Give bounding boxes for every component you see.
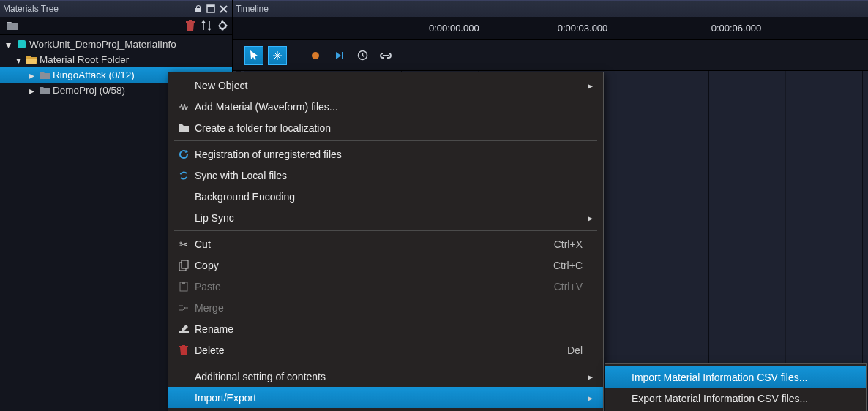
clock-icon[interactable] xyxy=(353,46,372,65)
copy-icon xyxy=(176,260,192,271)
menu-import-export[interactable]: Import/Export ▸ xyxy=(168,387,603,408)
timeline-controls: 0:00:00.000 0:00:03.000 0:00:06.000 0:00… xyxy=(233,40,868,71)
menu-separator xyxy=(174,140,597,141)
sort-icon[interactable] xyxy=(200,19,213,32)
folder-icon xyxy=(38,71,51,80)
workunit-icon xyxy=(15,39,28,50)
snap-tool[interactable] xyxy=(268,46,287,65)
panel-title: Materials Tree xyxy=(3,4,192,14)
link-icon[interactable] xyxy=(376,46,395,65)
expander-icon[interactable]: ▸ xyxy=(26,70,37,80)
tree-folder-root[interactable]: ▾ Material Root Folder xyxy=(0,52,232,67)
svg-rect-6 xyxy=(182,260,188,268)
menu-create-folder[interactable]: Create a folder for localization xyxy=(168,117,603,138)
pointer-tool[interactable] xyxy=(244,46,263,65)
submenu-arrow-icon: ▸ xyxy=(583,371,593,382)
time-mark: 0:00:03.000 xyxy=(558,23,608,34)
tree-root[interactable]: ▾ WorkUnit_DemoProj_MaterialInfo xyxy=(0,37,232,52)
menu-cut[interactable]: ✂ Cut Ctrl+X xyxy=(168,233,603,254)
refresh-icon xyxy=(176,149,192,159)
gridline xyxy=(862,71,863,411)
next-button[interactable] xyxy=(329,46,348,65)
materials-tree-header: Materials Tree xyxy=(0,0,232,17)
tree-root-label: WorkUnit_DemoProj_MaterialInfo xyxy=(29,39,176,50)
submenu-arrow-icon: ▸ xyxy=(583,80,593,91)
menu-registration[interactable]: Registration of unregistered files xyxy=(168,143,603,165)
record-button[interactable] xyxy=(306,46,325,65)
menu-separator xyxy=(174,230,597,231)
trash-icon xyxy=(176,345,192,355)
expander-icon[interactable]: ▸ xyxy=(26,86,37,96)
timeline-toolbar-top xyxy=(233,17,868,40)
tree-toolbar xyxy=(0,17,232,35)
time-mark: 0:00:00.000 xyxy=(429,23,479,34)
menu-lip-sync[interactable]: Lip Sync ▸ xyxy=(168,207,603,228)
expander-icon[interactable]: ▾ xyxy=(13,55,23,65)
merge-icon xyxy=(176,303,192,312)
folder-icon xyxy=(176,124,192,132)
window-icon[interactable] xyxy=(205,3,217,15)
tree-folder-label: Material Root Folder xyxy=(40,54,129,65)
menu-additional-settings[interactable]: Additional setting of contents ▸ xyxy=(168,366,603,387)
tree-item-label: RingoAttack (0/12) xyxy=(53,69,135,80)
waveform-icon xyxy=(176,102,192,112)
menu-delete[interactable]: Delete Del xyxy=(168,339,603,361)
menu-rename[interactable]: Rename xyxy=(168,318,603,339)
scissors-icon: ✂ xyxy=(176,238,192,250)
gridline xyxy=(632,71,632,411)
timeline-title: Timeline xyxy=(236,4,865,14)
sync-icon xyxy=(176,170,192,181)
svg-point-3 xyxy=(312,52,319,59)
context-submenu-import-export[interactable]: Import Material Information CSV files...… xyxy=(605,363,867,411)
gear-icon[interactable] xyxy=(216,19,229,32)
menu-add-material[interactable]: Add Material (Waveform) files... xyxy=(168,96,603,117)
folder-icon xyxy=(38,86,51,95)
menu-copy[interactable]: Copy Ctrl+C xyxy=(168,254,603,276)
timeline-header: Timeline xyxy=(233,0,868,17)
rename-icon xyxy=(176,325,192,333)
context-menu[interactable]: New Object ▸ Add Material (Waveform) fil… xyxy=(168,72,604,411)
svg-rect-1 xyxy=(207,5,214,7)
submenu-import-csv[interactable]: Import Material Information CSV files... xyxy=(605,366,866,388)
menu-merge: Merge xyxy=(168,297,603,318)
close-icon[interactable] xyxy=(217,3,229,15)
svg-point-4 xyxy=(358,51,367,60)
lock-icon[interactable] xyxy=(192,3,204,15)
trash-icon[interactable] xyxy=(184,19,197,32)
menu-separator xyxy=(174,363,597,363)
svg-rect-8 xyxy=(182,282,185,284)
submenu-arrow-icon: ▸ xyxy=(583,212,593,224)
menu-new-object[interactable]: New Object ▸ xyxy=(168,75,603,96)
folder-icon[interactable] xyxy=(6,19,19,32)
menu-paste: Paste Ctrl+V xyxy=(168,276,603,297)
gridline xyxy=(785,71,786,411)
time-mark: 0:00:06.000 xyxy=(711,23,762,34)
svg-rect-2 xyxy=(18,40,26,48)
tree-item-label: DemoProj (0/58) xyxy=(53,85,125,96)
folder-open-icon xyxy=(25,55,38,64)
gridline xyxy=(708,71,709,411)
expander-icon[interactable]: ▾ xyxy=(3,39,13,50)
menu-search-unused[interactable]: Search unused Materials... xyxy=(168,408,603,411)
submenu-arrow-icon: ▸ xyxy=(583,392,593,404)
menu-sync[interactable]: Sync with Local files xyxy=(168,165,603,186)
submenu-export-csv[interactable]: Export Material Information CSV files... xyxy=(605,388,866,409)
menu-bg-encoding[interactable]: Background Encoding xyxy=(168,186,603,207)
clipboard-icon xyxy=(176,282,192,292)
